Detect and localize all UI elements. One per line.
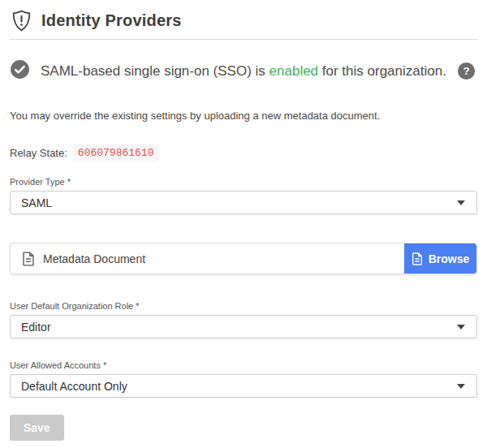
- org-role-value: Editor: [21, 321, 51, 334]
- identity-providers-page: Identity Providers SAML-based single sig…: [0, 0, 487, 448]
- provider-type-label: Provider Type *: [10, 177, 477, 187]
- sso-status-text: SAML-based single sign-on (SSO) is enabl…: [41, 63, 446, 80]
- org-role-group: User Default Organization Role * Editor: [10, 301, 477, 338]
- metadata-document-placeholder: Metadata Document: [43, 252, 145, 265]
- document-upload-icon: [412, 252, 423, 265]
- provider-type-group: Provider Type * SAML: [10, 177, 477, 214]
- chevron-down-icon: [457, 325, 465, 330]
- allowed-accounts-select[interactable]: Default Account Only: [10, 374, 477, 398]
- sso-status-row: SAML-based single sign-on (SSO) is enabl…: [10, 59, 477, 83]
- override-description: You may override the existing settings b…: [10, 110, 477, 122]
- relay-state-value: 606079861610: [72, 144, 160, 162]
- org-role-select[interactable]: Editor: [10, 315, 477, 338]
- allowed-accounts-group: User Allowed Accounts * Default Account …: [10, 360, 477, 398]
- browse-button-label: Browse: [429, 252, 470, 265]
- save-button[interactable]: Save: [10, 415, 64, 441]
- question-circle-icon[interactable]: ?: [457, 62, 476, 80]
- document-icon: [22, 252, 35, 266]
- relay-state-label: Relay State:: [10, 147, 67, 159]
- chevron-down-icon: [457, 200, 465, 205]
- page-header: Identity Providers: [10, 8, 477, 40]
- page-title: Identity Providers: [41, 11, 182, 30]
- provider-type-select[interactable]: SAML: [10, 191, 477, 214]
- allowed-accounts-label: User Allowed Accounts *: [10, 360, 477, 370]
- metadata-upload-row: Metadata Document Browse: [10, 243, 477, 274]
- sso-enabled-highlight: enabled: [269, 63, 319, 79]
- provider-type-value: SAML: [21, 196, 52, 209]
- chevron-down-icon: [457, 384, 465, 389]
- browse-button[interactable]: Browse: [404, 243, 476, 274]
- shield-exclamation-icon: [11, 10, 32, 32]
- relay-state-row: Relay State: 606079861610: [10, 144, 477, 162]
- svg-text:?: ?: [463, 65, 469, 77]
- allowed-accounts-value: Default Account Only: [21, 380, 127, 393]
- check-circle-icon: [10, 59, 30, 83]
- metadata-document-field[interactable]: Metadata Document: [11, 243, 404, 274]
- org-role-label: User Default Organization Role *: [10, 301, 477, 311]
